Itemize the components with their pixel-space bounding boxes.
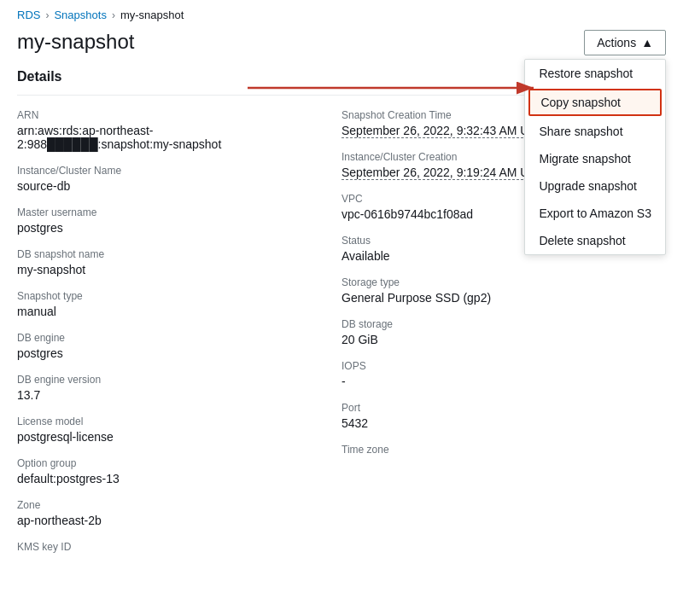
field-cluster-name: Instance/Cluster Name source-db — [17, 165, 307, 193]
field-option-group-label: Option group — [17, 457, 307, 469]
field-license-model: License model postgresql-license — [17, 416, 307, 444]
field-cluster-name-label: Instance/Cluster Name — [17, 165, 307, 177]
field-db-engine: DB engine postgres — [17, 332, 307, 360]
field-snapshot-type-value: manual — [17, 305, 307, 318]
field-master-username-value: postgres — [17, 221, 307, 235]
field-kms-key: KMS key ID — [17, 541, 307, 553]
dropdown-item-share[interactable]: Share snapshot — [525, 118, 665, 145]
field-snapshot-name: DB snapshot name my-snapshot — [17, 248, 307, 276]
actions-dropdown: Restore snapshot Copy snapshot Share sna… — [524, 59, 666, 255]
field-arn-value: arn:aws:rds:ap-northeast-2:988██████:sna… — [17, 124, 307, 151]
field-cluster-name-value: source-db — [17, 179, 307, 193]
breadcrumb-sep-1: › — [45, 9, 49, 21]
field-snapshot-creation-time-value: September 26, 2022, 9:32:43 AM UTC — [342, 124, 545, 138]
field-snapshot-type: Snapshot type manual — [17, 290, 307, 318]
field-snapshot-type-label: Snapshot type — [17, 290, 307, 302]
field-master-username: Master username postgres — [17, 206, 307, 235]
field-db-engine-label: DB engine — [17, 332, 307, 344]
page-wrapper: RDS › Snapshots › my-snapshot my-snapsho… — [0, 0, 683, 616]
breadcrumb-snapshots[interactable]: Snapshots — [54, 9, 106, 21]
field-timezone-label: Time zone — [342, 444, 632, 456]
page-header: my-snapshot Actions ▲ Restore snapshot C… — [0, 26, 683, 69]
breadcrumb: RDS › Snapshots › my-snapshot — [0, 0, 683, 26]
field-port-value: 5432 — [342, 416, 632, 430]
field-master-username-label: Master username — [17, 206, 307, 218]
field-snapshot-name-label: DB snapshot name — [17, 248, 307, 260]
dropdown-item-restore[interactable]: Restore snapshot — [525, 60, 665, 87]
actions-wrapper: Actions ▲ Restore snapshot Copy snapshot… — [584, 30, 666, 55]
field-zone-label: Zone — [17, 499, 307, 511]
field-instance-creation-value: September 26, 2022, 9:19:24 AM UTC — [342, 166, 545, 180]
field-port: Port 5432 — [342, 402, 632, 430]
field-arn-label: ARN — [17, 109, 307, 121]
field-zone-value: ap-northeast-2b — [17, 514, 307, 527]
breadcrumb-sep-2: › — [112, 9, 115, 21]
field-license-model-label: License model — [17, 416, 307, 427]
dropdown-item-export[interactable]: Export to Amazon S3 — [525, 200, 665, 227]
field-db-storage-value: 20 GiB — [342, 333, 632, 346]
dropdown-item-migrate[interactable]: Migrate snapshot — [525, 145, 665, 172]
actions-button[interactable]: Actions ▲ — [584, 30, 666, 55]
breadcrumb-current: my-snapshot — [120, 9, 184, 21]
field-option-group-value: default:postgres-13 — [17, 472, 307, 485]
dropdown-item-copy[interactable]: Copy snapshot — [528, 89, 662, 116]
field-iops-value: - — [342, 375, 632, 388]
breadcrumb-rds[interactable]: RDS — [17, 9, 40, 21]
field-storage-type-label: Storage type — [342, 276, 632, 288]
field-iops: IOPS - — [342, 360, 632, 388]
field-db-engine-value: postgres — [17, 346, 307, 360]
field-db-storage-label: DB storage — [342, 318, 632, 330]
field-db-storage: DB storage 20 GiB — [342, 318, 632, 346]
field-timezone: Time zone — [342, 444, 632, 456]
actions-label: Actions — [597, 36, 636, 49]
field-kms-key-label: KMS key ID — [17, 541, 307, 553]
dropdown-item-delete[interactable]: Delete snapshot — [525, 227, 665, 254]
field-db-engine-version-label: DB engine version — [17, 374, 307, 386]
field-storage-type: Storage type General Purpose SSD (gp2) — [342, 276, 632, 305]
field-license-model-value: postgresql-license — [17, 430, 307, 444]
actions-arrow-icon: ▲ — [641, 36, 653, 49]
field-option-group: Option group default:postgres-13 — [17, 457, 307, 485]
field-arn: ARN arn:aws:rds:ap-northeast-2:988██████… — [17, 109, 307, 151]
field-port-label: Port — [342, 402, 632, 414]
field-snapshot-name-value: my-snapshot — [17, 263, 307, 276]
dropdown-item-upgrade[interactable]: Upgrade snapshot — [525, 172, 665, 200]
page-title: my-snapshot — [17, 30, 134, 54]
details-left-col: ARN arn:aws:rds:ap-northeast-2:988██████… — [17, 109, 342, 567]
field-storage-type-value: General Purpose SSD (gp2) — [342, 291, 632, 305]
field-db-engine-version-value: 13.7 — [17, 388, 307, 402]
field-iops-label: IOPS — [342, 360, 632, 372]
field-zone: Zone ap-northeast-2b — [17, 499, 307, 527]
field-db-engine-version: DB engine version 13.7 — [17, 374, 307, 402]
